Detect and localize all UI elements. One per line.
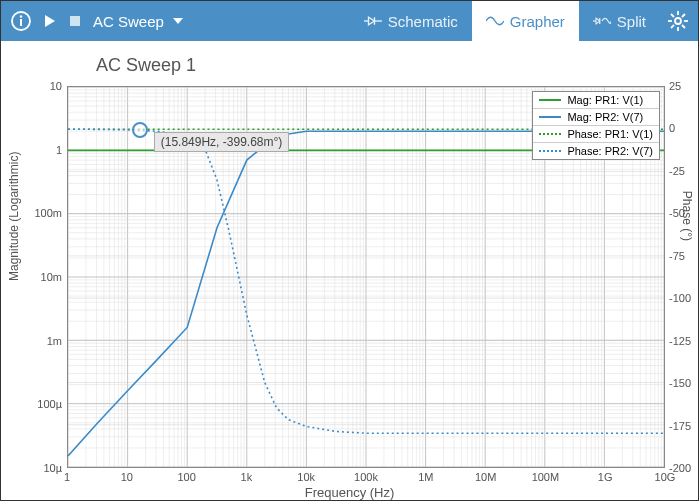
tab-schematic[interactable]: Schematic [350,1,472,41]
stop-icon[interactable] [69,15,81,27]
x-tick: 1M [418,471,433,483]
y-tick-right: -100 [669,292,691,304]
chevron-down-icon [172,15,184,27]
y-tick-right: 25 [669,80,681,92]
svg-line-21 [682,14,685,17]
x-axis-label: Frequency (Hz) [305,485,395,500]
tab-split-label: Split [617,13,646,30]
tab-split[interactable]: Split [579,1,660,41]
y-tick-right: -75 [669,250,685,262]
x-tick: 10M [475,471,496,483]
svg-line-20 [671,25,674,28]
svg-rect-2 [20,19,22,26]
y-tick-right: -175 [669,420,691,432]
cursor-label: (15.849Hz, -399.68m°) [154,132,290,152]
y-tick-left: 1 [12,144,62,156]
y-tick-right: -50 [669,207,685,219]
legend-swatch [539,133,561,135]
x-tick: 100 [177,471,195,483]
y-tick-left: 100m [12,207,62,219]
sine-icon [486,12,504,30]
svg-line-19 [682,25,685,28]
x-tick: 10 [121,471,133,483]
tab-grapher-label: Grapher [510,13,565,30]
svg-rect-4 [70,16,80,26]
y-tick-left: 1m [12,335,62,347]
x-tick: 100M [532,471,560,483]
y-tick-left: 10µ [12,462,62,474]
mode-dropdown[interactable]: AC Sweep [93,13,184,30]
y-tick-right: -25 [669,165,685,177]
info-icon[interactable] [11,11,31,31]
y-tick-right: -150 [669,377,691,389]
gear-icon[interactable] [668,11,688,31]
legend-item[interactable]: Phase: PR1: V(1) [533,126,659,143]
legend-item[interactable]: Mag: PR1: V(1) [533,92,659,109]
split-icon [593,12,611,30]
x-tick: 100k [354,471,378,483]
svg-marker-3 [45,15,55,27]
y-tick-left: 10m [12,271,62,283]
legend: Mag: PR1: V(1)Mag: PR2: V(7)Phase: PR1: … [532,91,660,160]
svg-point-13 [675,18,681,24]
svg-point-1 [20,15,22,17]
tab-grapher[interactable]: Grapher [472,1,579,41]
x-tick: 1 [64,471,70,483]
tab-schematic-label: Schematic [388,13,458,30]
chart-title: AC Sweep 1 [96,55,196,76]
mode-label: AC Sweep [93,13,164,30]
legend-swatch [539,99,561,101]
legend-label: Phase: PR1: V(1) [567,128,653,140]
toolbar-tabs: Schematic Grapher Split [350,1,660,41]
legend-label: Mag: PR2: V(7) [567,111,643,123]
svg-marker-7 [368,17,374,25]
legend-item[interactable]: Mag: PR2: V(7) [533,109,659,126]
legend-swatch [539,150,561,152]
y-tick-right: -200 [669,462,691,474]
legend-item[interactable]: Phase: PR2: V(7) [533,143,659,159]
svg-line-18 [671,14,674,17]
x-tick: 1k [241,471,253,483]
legend-swatch [539,116,561,118]
svg-marker-5 [173,18,183,24]
legend-label: Mag: PR1: V(1) [567,94,643,106]
y-tick-right: -125 [669,335,691,347]
toolbar-left: AC Sweep [11,11,184,31]
toolbar: AC Sweep Schematic Grapher Split [1,1,698,41]
x-tick: 1G [598,471,613,483]
y-tick-left: 100µ [12,398,62,410]
y-tick-right: 0 [669,122,675,134]
y-tick-left: 10 [12,80,62,92]
play-icon[interactable] [43,14,57,28]
legend-label: Phase: PR2: V(7) [567,145,653,157]
x-tick: 10k [297,471,315,483]
diode-icon [364,12,382,30]
cursor-marker[interactable] [132,122,148,138]
chart-area: AC Sweep 1 Magnitude (Logarithmic) Phase… [1,41,698,501]
